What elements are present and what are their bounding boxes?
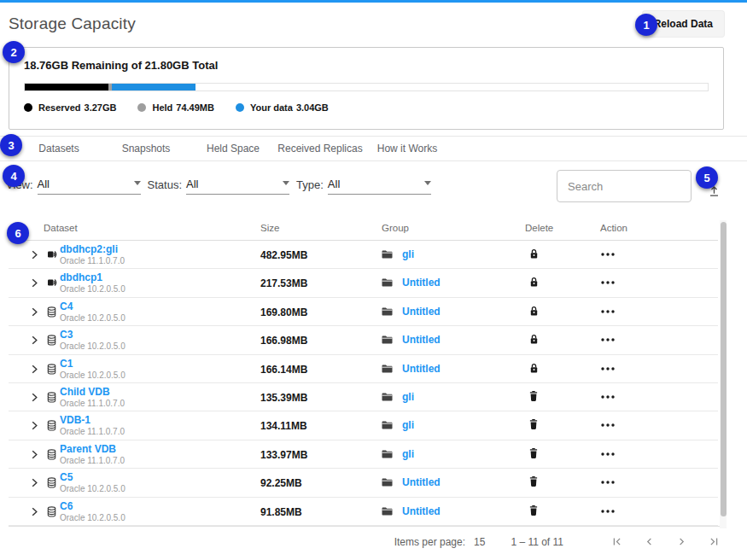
- items-per-page-label: Items per page:: [394, 536, 465, 548]
- type-select[interactable]: All: [328, 178, 431, 195]
- tab-received-replicas[interactable]: Received Replicas: [277, 137, 364, 160]
- delete-button[interactable]: [524, 277, 543, 288]
- status-select[interactable]: All: [186, 178, 289, 195]
- group-link[interactable]: gli: [402, 448, 414, 460]
- search-input[interactable]: [557, 170, 692, 202]
- expand-chevron-icon[interactable]: [31, 365, 38, 374]
- dataset-name-link[interactable]: Parent VDB: [60, 443, 125, 456]
- dataset-name-link[interactable]: VDB-1: [60, 414, 125, 427]
- delete-button[interactable]: [524, 419, 543, 429]
- expand-chevron-icon[interactable]: [31, 307, 38, 317]
- dataset-name-link[interactable]: Child VDB: [60, 386, 125, 399]
- row-actions-button[interactable]: [601, 395, 615, 399]
- row-actions-button[interactable]: [601, 253, 615, 256]
- expand-chevron-icon[interactable]: [31, 507, 38, 516]
- dsource-icon: [47, 277, 58, 288]
- row-actions-button[interactable]: [601, 423, 615, 427]
- table-row[interactable]: C4 Oracle 10.2.0.5.0 169.80MB Untitled: [9, 298, 718, 326]
- group-link[interactable]: Untitled: [402, 277, 441, 289]
- page-title: Storage Capacity: [9, 15, 136, 33]
- delete-button[interactable]: [524, 363, 543, 374]
- folder-icon: [382, 250, 393, 259]
- dataset-size: 135.39MB: [260, 392, 307, 404]
- ellipsis-icon: [601, 367, 615, 370]
- expand-chevron-icon[interactable]: [31, 393, 38, 402]
- table-row[interactable]: C5 Oracle 10.2.0.5.0 92.25MB Untitled: [9, 469, 718, 497]
- table-row[interactable]: C6 Oracle 10.2.0.5.0 91.85MB Untitled: [9, 498, 718, 526]
- dataset-name-link[interactable]: C1: [60, 358, 125, 370]
- tab-snapshots[interactable]: Snapshots: [102, 137, 190, 160]
- held-dot-icon: [137, 103, 146, 112]
- last-page-icon: [708, 535, 721, 548]
- table-row[interactable]: dbdhcp1 Oracle 10.2.0.5.0 217.53MB Untit…: [9, 269, 718, 297]
- delete-button[interactable]: [524, 448, 543, 458]
- dataset-subtitle: Oracle 10.2.0.5.0: [60, 341, 125, 352]
- vdb-icon: [47, 335, 56, 346]
- table-row[interactable]: Parent VDB Oracle 11.1.0.7.0 133.97MB gl…: [9, 440, 718, 469]
- tab-held-space[interactable]: Held Space: [190, 137, 277, 160]
- table-row[interactable]: VDB-1 Oracle 11.1.0.7.0 134.11MB gli: [9, 411, 718, 440]
- expand-chevron-icon[interactable]: [31, 478, 38, 487]
- delete-button[interactable]: [524, 476, 543, 487]
- group-link[interactable]: Untitled: [402, 306, 441, 318]
- first-page-button[interactable]: [610, 535, 623, 548]
- delete-button[interactable]: [524, 505, 543, 516]
- vdb-icon: [47, 392, 56, 403]
- folder-icon: [382, 393, 393, 401]
- delete-button[interactable]: [524, 391, 543, 401]
- table-row[interactable]: C3 Oracle 10.2.0.5.0 166.98MB Untitled: [9, 326, 718, 354]
- group-link[interactable]: Untitled: [402, 505, 441, 517]
- group-link[interactable]: gli: [402, 391, 414, 403]
- delete-button[interactable]: [524, 306, 543, 317]
- next-page-button[interactable]: [675, 535, 688, 548]
- group-link[interactable]: Untitled: [402, 363, 441, 375]
- row-actions-button[interactable]: [601, 338, 615, 341]
- last-page-button[interactable]: [708, 535, 721, 548]
- capacity-summary: 18.76GB Remaining of 21.80GB Total: [24, 59, 709, 72]
- tab-datasets[interactable]: Datasets: [15, 137, 102, 160]
- dataset-name-link[interactable]: dbdhcp2:gli: [60, 243, 125, 256]
- folder-icon: [382, 365, 393, 373]
- expand-chevron-icon[interactable]: [31, 278, 38, 288]
- table-row[interactable]: Child VDB Oracle 11.1.0.7.0 135.39MB gli: [9, 383, 718, 411]
- row-actions-button[interactable]: [601, 281, 615, 284]
- expand-chevron-icon[interactable]: [31, 450, 38, 459]
- dataset-name-link[interactable]: C5: [60, 471, 125, 484]
- previous-page-button[interactable]: [643, 535, 656, 548]
- dataset-subtitle: Oracle 10.2.0.5.0: [60, 513, 125, 523]
- dataset-size: 133.97MB: [260, 449, 307, 461]
- vdb-icon: [47, 306, 56, 318]
- group-link[interactable]: gli: [402, 248, 414, 260]
- dataset-size: 217.53MB: [260, 277, 307, 289]
- group-link[interactable]: Untitled: [402, 476, 441, 488]
- expand-chevron-icon[interactable]: [31, 250, 38, 260]
- delete-button[interactable]: [524, 248, 543, 260]
- view-select[interactable]: All: [38, 178, 141, 195]
- group-link[interactable]: Untitled: [402, 334, 441, 346]
- row-actions-button[interactable]: [601, 510, 615, 513]
- delete-button[interactable]: [524, 334, 543, 345]
- dataset-name-link[interactable]: C3: [60, 329, 125, 341]
- table-row[interactable]: dbdhcp2:gli Oracle 11.1.0.7.0 482.95MB g…: [9, 241, 718, 269]
- row-actions-button[interactable]: [601, 481, 615, 484]
- legend-item-held: Held 74.49MB: [137, 102, 213, 113]
- dataset-size: 169.80MB: [260, 306, 307, 318]
- expand-chevron-icon[interactable]: [31, 335, 38, 345]
- table-header: Dataset Size Group Delete Action: [9, 218, 718, 241]
- lock-icon: [529, 277, 539, 288]
- table-row[interactable]: C1 Oracle 10.2.0.5.0 166.14MB Untitled: [9, 355, 718, 383]
- row-actions-button[interactable]: [601, 367, 615, 370]
- dataset-name-link[interactable]: dbdhcp1: [60, 271, 125, 284]
- tab-how-it-works[interactable]: How it Works: [364, 137, 451, 160]
- items-per-page-value[interactable]: 15: [474, 536, 485, 548]
- status-filter: Status: All: [148, 178, 289, 195]
- col-action: Action: [600, 223, 627, 233]
- dataset-name-link[interactable]: C6: [60, 500, 125, 513]
- row-actions-button[interactable]: [601, 452, 615, 456]
- scrollbar-thumb[interactable]: [721, 222, 727, 516]
- row-actions-button[interactable]: [601, 310, 615, 313]
- group-link[interactable]: gli: [402, 419, 414, 431]
- dataset-name-link[interactable]: C4: [60, 300, 125, 313]
- expand-chevron-icon[interactable]: [31, 421, 38, 430]
- table-body: dbdhcp2:gli Oracle 11.1.0.7.0 482.95MB g…: [9, 241, 718, 526]
